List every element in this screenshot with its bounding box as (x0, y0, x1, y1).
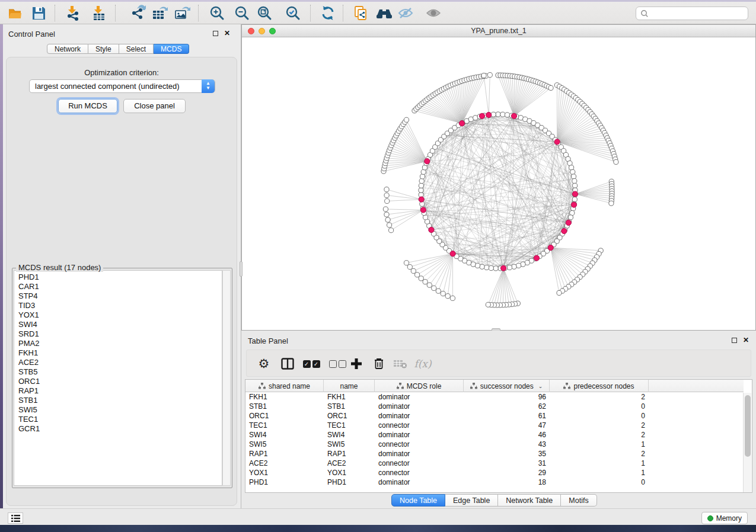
tab-motifs[interactable]: Motifs (561, 494, 596, 507)
close-panel-icon[interactable]: ✕ (743, 337, 749, 343)
close-panel-button[interactable]: Close panel (123, 99, 186, 113)
column-header-successor-nodes[interactable]: successor nodes ⌄ (464, 380, 550, 392)
main-toolbar (0, 2, 756, 24)
tab-mcds[interactable]: MCDS (154, 44, 189, 54)
column-header-shared-name[interactable]: shared name (245, 380, 324, 392)
add-column-icon[interactable] (346, 354, 366, 373)
import-network-icon[interactable] (63, 4, 83, 23)
mcds-panel: Optimization criterion: largest connecte… (6, 57, 237, 506)
mcds-result-item[interactable]: TID3 (18, 301, 222, 310)
mcds-result-list[interactable]: PHD1CAR1STP4TID3YOX1SWI4SRD1PMA2FKH1ACE2… (14, 270, 222, 486)
criterion-dropdown[interactable]: largest connected component (undirected)… (29, 79, 215, 93)
table-scrollbar[interactable] (743, 393, 751, 492)
show-columns-icon[interactable] (277, 354, 298, 373)
float-panel-icon[interactable] (732, 338, 737, 343)
toolbar-separator (343, 5, 343, 21)
table-row[interactable]: ORC1ORC1dominator610 (245, 411, 744, 421)
table-row[interactable]: RAP1RAP1dominator352 (245, 449, 744, 459)
optimization-criterion-label: Optimization criterion: (7, 68, 237, 77)
select-all-columns-icon[interactable]: ✓✓ (301, 354, 321, 373)
delete-column-icon[interactable] (369, 354, 389, 373)
node-table: shared name name MCDS role successor nod… (245, 379, 752, 493)
toolbar-separator (115, 5, 116, 21)
run-mcds-button[interactable]: Run MCDS (58, 99, 117, 113)
mcds-result-item[interactable]: ACE2 (18, 358, 222, 367)
mcds-result-item[interactable]: YOX1 (18, 310, 222, 320)
mcds-result-item[interactable]: STB5 (18, 367, 222, 377)
table-row[interactable]: FKH1FKH1dominator962 (245, 392, 744, 402)
network-view-window: YPA_prune.txt_1 (241, 24, 756, 331)
tab-style[interactable]: Style (88, 44, 119, 54)
zoom-selected-icon[interactable] (283, 4, 303, 23)
tab-edge-table[interactable]: Edge Table (445, 494, 498, 507)
zoom-fit-icon[interactable] (254, 4, 275, 23)
table-row[interactable]: SWI4SWI4dominator462 (245, 430, 744, 440)
column-header-mcds-role[interactable]: MCDS role (375, 380, 464, 392)
mcds-result-box: MCDS result (17 nodes) PHD1CAR1STP4TID3Y… (12, 268, 232, 488)
open-file-icon[interactable] (5, 4, 25, 23)
table-row[interactable]: STB1STB1dominator620 (245, 402, 744, 411)
search-icon (640, 9, 649, 18)
mcds-result-item[interactable]: SWI4 (18, 320, 222, 329)
mcds-result-title: MCDS result (17 nodes) (16, 263, 103, 272)
export-network-icon[interactable] (128, 4, 148, 23)
tab-network[interactable]: Network (47, 44, 88, 54)
table-row[interactable]: PHD1PHD1dominator180 (245, 477, 744, 487)
mcds-result-item[interactable]: GCR1 (18, 424, 222, 434)
refresh-icon[interactable] (318, 4, 338, 23)
mcds-list-scrollbar[interactable] (222, 270, 231, 486)
show-details-icon[interactable] (423, 4, 444, 23)
search-field[interactable] (636, 7, 748, 20)
delete-table-icon (390, 354, 410, 373)
mcds-result-item[interactable]: FKH1 (18, 348, 222, 358)
network-graph[interactable] (242, 37, 755, 330)
vertical-split-handle[interactable] (240, 261, 243, 277)
close-panel-icon[interactable]: ✕ (224, 30, 230, 36)
mcds-result-item[interactable]: PHD1 (18, 273, 222, 282)
table-panel: Table Panel ✕ ⚙ ✓✓ f(x) shared name name (241, 331, 756, 508)
deselect-all-columns-icon[interactable] (327, 354, 347, 373)
zoom-in-icon[interactable] (207, 4, 227, 23)
table-scrollbar-thumb[interactable] (745, 395, 751, 457)
clone-network-icon[interactable] (351, 4, 371, 23)
task-history-button[interactable] (8, 512, 23, 524)
mcds-result-item[interactable]: STB1 (18, 396, 222, 405)
table-row[interactable]: ACE2ACE2connector311 (245, 459, 744, 468)
network-window-title: YPA_prune.txt_1 (242, 27, 755, 35)
zoom-out-icon[interactable] (232, 4, 252, 23)
export-image-icon[interactable] (172, 4, 192, 23)
mcds-result-item[interactable]: CAR1 (18, 282, 222, 291)
save-session-icon[interactable] (28, 4, 49, 23)
table-settings-gear-icon[interactable]: ⚙ (254, 354, 274, 373)
node-table-body: FKH1FKH1dominator962STB1STB1dominator620… (245, 392, 744, 487)
export-table-icon[interactable] (149, 4, 170, 23)
mcds-result-item[interactable]: SWI5 (18, 405, 222, 415)
toolbar-separator (310, 5, 311, 21)
hide-details-icon[interactable] (395, 4, 416, 23)
node-table-header: shared name name MCDS role successor nod… (245, 380, 744, 392)
search-input[interactable] (649, 9, 738, 18)
column-header-name[interactable]: name (324, 380, 375, 392)
table-row[interactable]: YOX1YOX1connector291 (245, 468, 744, 477)
control-panel-title: Control Panel (8, 30, 55, 39)
mcds-result-item[interactable]: STP4 (18, 291, 222, 301)
float-panel-icon[interactable] (213, 31, 218, 36)
control-panel: Control Panel ✕ Network Style Select MCD… (3, 24, 241, 508)
table-row[interactable]: TEC1TEC1connector472 (245, 421, 744, 430)
mcds-result-item[interactable]: ORC1 (18, 377, 222, 386)
memory-button[interactable]: Memory (701, 512, 748, 524)
tab-select[interactable]: Select (119, 44, 154, 54)
tab-network-table[interactable]: Network Table (498, 494, 561, 507)
tab-node-table[interactable]: Node Table (391, 494, 445, 507)
function-builder-icon: f(x) (413, 354, 433, 373)
column-header-predecessor-nodes[interactable]: predecessor nodes (550, 380, 649, 392)
import-table-icon[interactable] (89, 4, 109, 23)
table-row[interactable]: SWI5SWI5connector431 (245, 440, 744, 449)
mcds-result-item[interactable]: RAP1 (18, 386, 222, 396)
mcds-result-item[interactable]: TEC1 (18, 415, 222, 424)
network-window-titlebar[interactable]: YPA_prune.txt_1 (242, 25, 755, 37)
attribute-type-icon (563, 383, 570, 389)
mcds-result-item[interactable]: PMA2 (18, 339, 222, 348)
mcds-result-item[interactable]: SRD1 (18, 329, 222, 339)
binoculars-icon[interactable] (374, 4, 394, 23)
